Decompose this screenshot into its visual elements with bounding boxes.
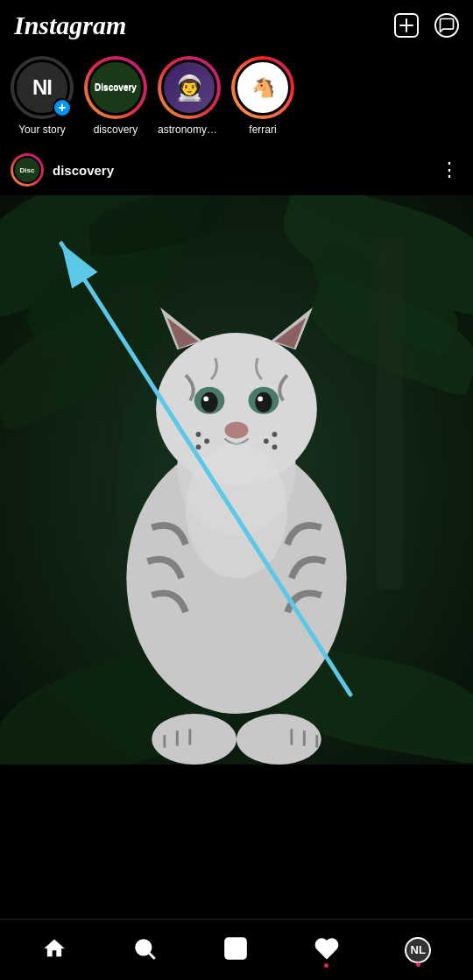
- post-username[interactable]: discovery: [53, 163, 114, 178]
- story-item-ferrari[interactable]: 🐴 ferrari: [231, 56, 294, 136]
- create-post-button[interactable]: [394, 13, 419, 38]
- nav-item-search[interactable]: [122, 929, 167, 971]
- messenger-button[interactable]: [434, 13, 459, 38]
- profile-avatar: NL: [405, 937, 431, 963]
- header-actions: [394, 13, 459, 38]
- nav-item-notifications[interactable]: [304, 929, 349, 971]
- story-label-discovery: discovery: [94, 123, 138, 136]
- post-header: Disc discovery ⋮: [0, 145, 473, 195]
- home-icon: [42, 936, 67, 964]
- discovery-avatar: Discovery: [88, 60, 144, 116]
- nav-item-home[interactable]: [32, 929, 77, 971]
- story-label-astronomyb: astronomyb...: [158, 123, 221, 136]
- ferrari-ring: 🐴: [231, 56, 294, 119]
- svg-line-28: [150, 953, 155, 958]
- post-avatar[interactable]: Disc: [11, 153, 44, 187]
- add-story-badge: +: [53, 98, 72, 117]
- svg-point-27: [137, 940, 151, 954]
- story-item-your-story[interactable]: NI + Your story: [11, 56, 74, 136]
- post-more-button[interactable]: ⋮: [436, 159, 462, 181]
- astronomyb-avatar: 👨‍🚀: [161, 60, 217, 116]
- post-avatar-inner: Disc: [13, 156, 41, 184]
- post-header-left: Disc discovery: [11, 153, 114, 187]
- notification-dot: [324, 963, 328, 968]
- profile-dot: [416, 962, 420, 967]
- discovery-ring: Discovery: [84, 56, 147, 119]
- app-header: Instagram: [0, 0, 473, 47]
- stories-row: NI + Your story Discovery discovery 👨‍🚀 …: [0, 47, 473, 145]
- story-item-astronomyb[interactable]: 👨‍🚀 astronomyb...: [158, 56, 221, 136]
- bottom-nav: NL: [0, 919, 473, 980]
- nav-item-profile[interactable]: NL: [394, 930, 441, 970]
- post-image[interactable]: [0, 195, 473, 765]
- svg-line-26: [61, 243, 350, 694]
- story-item-discovery[interactable]: Discovery discovery: [84, 56, 147, 136]
- annotation-arrow: [0, 195, 473, 765]
- reels-icon: [223, 936, 248, 964]
- astronomyb-ring: 👨‍🚀: [158, 56, 221, 119]
- story-label-your-story: Your story: [18, 123, 66, 136]
- app-logo: Instagram: [14, 11, 126, 40]
- heart-icon: [314, 936, 339, 964]
- story-label-ferrari: ferrari: [249, 123, 276, 136]
- nav-item-reels[interactable]: [213, 929, 258, 971]
- ferrari-avatar: 🐴: [235, 60, 291, 116]
- search-icon: [132, 936, 157, 964]
